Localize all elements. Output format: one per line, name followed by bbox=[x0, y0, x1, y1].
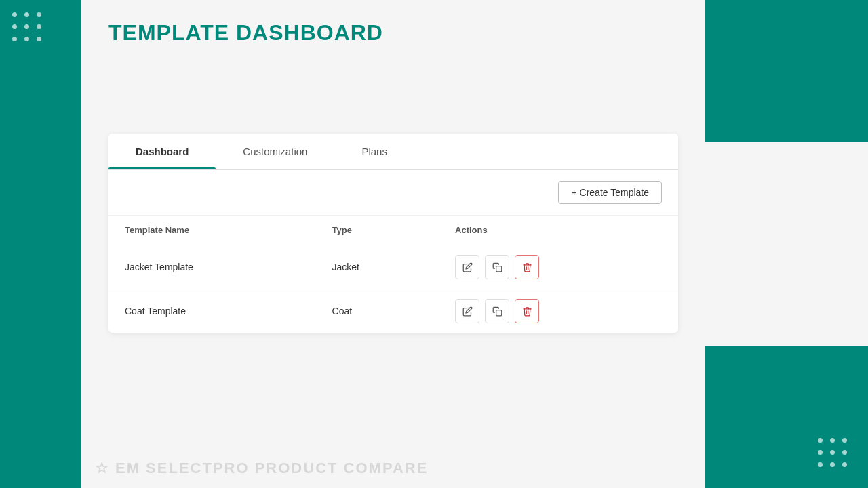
table-row: Coat Template Coat bbox=[108, 289, 678, 333]
dashboard-card: Dashboard Customization Plans + Create T… bbox=[108, 134, 678, 333]
tab-plans[interactable]: Plans bbox=[334, 134, 414, 169]
watermark-text: EM SELECTPRO PRODUCT COMPARE bbox=[115, 460, 428, 477]
dot bbox=[37, 37, 41, 41]
copy-button-0[interactable] bbox=[485, 255, 509, 279]
cell-name-1: Coat Template bbox=[108, 289, 316, 333]
main-content: TEMPLATE DASHBOARD Dashboard Customizati… bbox=[81, 0, 705, 488]
delete-button-0[interactable] bbox=[515, 255, 539, 279]
edit-button-0[interactable] bbox=[455, 255, 479, 279]
dot bbox=[24, 37, 29, 41]
right-panel-bottom bbox=[705, 346, 868, 488]
watermark-icon: ☆ bbox=[95, 460, 110, 477]
dot bbox=[12, 12, 17, 17]
dot bbox=[12, 37, 17, 41]
dot bbox=[842, 438, 847, 443]
dot-grid-bottom bbox=[818, 438, 849, 469]
dot bbox=[12, 24, 17, 29]
table-row: Jacket Template Jacket bbox=[108, 245, 678, 289]
dot bbox=[842, 450, 847, 455]
dot bbox=[818, 462, 823, 467]
dot bbox=[37, 12, 41, 17]
dot bbox=[842, 462, 847, 467]
table-header-row: Template Name Type Actions bbox=[108, 216, 678, 245]
dot-grid-top bbox=[12, 12, 43, 43]
tab-bar: Dashboard Customization Plans bbox=[108, 134, 678, 170]
col-template-name: Template Name bbox=[108, 216, 316, 245]
delete-button-1[interactable] bbox=[515, 299, 539, 323]
right-panel-top bbox=[705, 0, 868, 142]
left-sidebar bbox=[0, 0, 81, 488]
action-buttons-1 bbox=[455, 299, 662, 323]
dot bbox=[830, 450, 835, 455]
cell-actions-0 bbox=[439, 245, 678, 289]
page-title: TEMPLATE DASHBOARD bbox=[108, 20, 678, 45]
dot bbox=[24, 24, 29, 29]
svg-rect-1 bbox=[496, 310, 501, 315]
tab-customization[interactable]: Customization bbox=[216, 134, 334, 169]
dot bbox=[830, 438, 835, 443]
cell-actions-1 bbox=[439, 289, 678, 333]
dot bbox=[37, 24, 41, 29]
templates-table: Template Name Type Actions Jacket Templa… bbox=[108, 216, 678, 333]
dot bbox=[818, 450, 823, 455]
watermark: ☆ EM SELECTPRO PRODUCT COMPARE bbox=[95, 460, 428, 477]
action-buttons-0 bbox=[455, 255, 662, 279]
cell-name-0: Jacket Template bbox=[108, 245, 316, 289]
edit-button-1[interactable] bbox=[455, 299, 479, 323]
dot bbox=[818, 438, 823, 443]
dot bbox=[24, 12, 29, 17]
col-type: Type bbox=[316, 216, 439, 245]
dot bbox=[830, 462, 835, 467]
copy-button-1[interactable] bbox=[485, 299, 509, 323]
svg-rect-0 bbox=[496, 266, 501, 271]
tab-dashboard[interactable]: Dashboard bbox=[108, 134, 216, 169]
create-template-button[interactable]: + Create Template bbox=[558, 181, 662, 204]
cell-type-1: Coat bbox=[316, 289, 439, 333]
toolbar: + Create Template bbox=[108, 170, 678, 216]
col-actions: Actions bbox=[439, 216, 678, 245]
cell-type-0: Jacket bbox=[316, 245, 439, 289]
